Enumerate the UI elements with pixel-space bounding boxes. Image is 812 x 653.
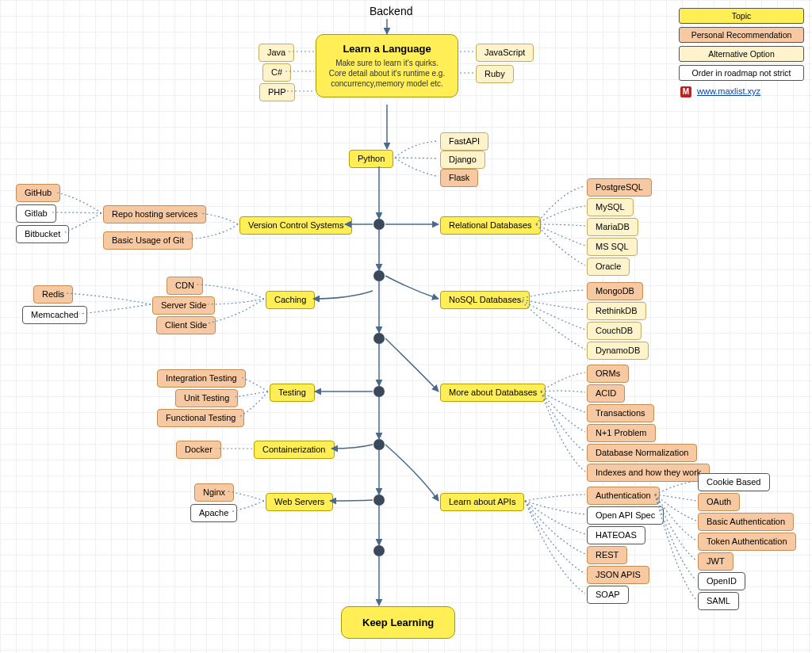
soap-node: SOAP	[587, 586, 629, 604]
maxlist-link[interactable]: www.maxlist.xyz	[697, 86, 760, 96]
maxlist-icon: M	[680, 86, 691, 97]
jsonapis-node: JSON APIS	[587, 566, 649, 584]
hub-7	[373, 545, 385, 556]
basic-git-node: Basic Usage of Git	[103, 231, 193, 250]
unit-testing-node: Unit Testing	[175, 389, 238, 407]
gitlab-node: Gitlab	[16, 204, 56, 223]
learn-language-node: Learn a Language Make sure to learn it's…	[316, 34, 458, 97]
page-title: Backend	[370, 5, 412, 17]
mysql-node: MySQL	[587, 198, 634, 216]
hub-3	[373, 333, 385, 344]
legend-alt: Alternative Option	[679, 46, 804, 62]
hub-4	[373, 386, 385, 397]
clientside-node: Client Side	[156, 316, 216, 334]
cdn-node: CDN	[167, 277, 203, 295]
dynamo-node: DynamoDB	[587, 342, 649, 360]
relational-db-node: Relational Databases	[440, 216, 541, 235]
couch-node: CouchDB	[587, 322, 642, 340]
legend-plain: Order in roadmap not strict	[679, 65, 804, 81]
containerization-node: Containerization	[254, 441, 335, 459]
more-db-node: More about Databases	[440, 384, 546, 402]
mongo-node: MongoDB	[587, 282, 643, 300]
apache-node: Apache	[190, 504, 237, 522]
postgres-node: PostgreSQL	[587, 178, 652, 197]
flask-node: Flask	[440, 169, 478, 187]
functional-testing-node: Functional Testing	[157, 409, 244, 427]
n1-node: N+1 Problem	[587, 424, 656, 442]
orms-node: ORMs	[587, 365, 629, 383]
learn-language-title: Learn a Language	[327, 43, 446, 55]
legend-rec: Personal Recommendation	[679, 27, 804, 43]
nginx-node: Nginx	[194, 483, 234, 502]
mariadb-node: MariaDB	[587, 218, 638, 236]
tokenauth-node: Token Authentication	[698, 533, 796, 551]
acid-node: ACID	[587, 384, 625, 403]
saml-node: SAML	[698, 592, 739, 610]
django-node: Django	[440, 151, 485, 169]
repo-hosting-node: Repo hosting services	[103, 205, 206, 223]
apis-node: Learn about APIs	[440, 493, 524, 511]
rest-node: REST	[587, 546, 627, 564]
nosql-node: NoSQL Databases	[440, 291, 530, 309]
fastapi-node: FastAPI	[440, 132, 488, 151]
cookie-node: Cookie Based	[698, 473, 770, 491]
auth-node: Authentication	[587, 487, 660, 505]
legend-topic: Topic	[679, 8, 804, 24]
legend: Topic Personal Recommendation Alternativ…	[679, 8, 804, 100]
bitbucket-node: Bitbucket	[16, 225, 69, 243]
basicauth-node: Basic Authentication	[698, 513, 794, 531]
lang-js: JavaScript	[476, 44, 534, 62]
openid-node: OpenID	[698, 572, 745, 590]
oracle-node: Oracle	[587, 258, 630, 276]
redis-node: Redis	[33, 285, 73, 304]
integration-testing-node: Integration Testing	[157, 369, 246, 388]
docker-node: Docker	[176, 441, 221, 459]
rethink-node: RethinkDB	[587, 302, 646, 320]
transactions-node: Transactions	[587, 404, 654, 422]
lang-java: Java	[259, 44, 294, 62]
learn-language-desc: Make sure to learn it's quirks. Core det…	[327, 58, 446, 89]
hateoas-node: HATEOAS	[587, 526, 645, 544]
webservers-node: Web Servers	[266, 493, 333, 511]
hub-2	[373, 270, 385, 281]
keep-learning-node: Keep Learning	[341, 606, 455, 639]
vcs-node: Version Control Systems	[239, 216, 352, 235]
lang-ruby: Ruby	[476, 65, 514, 83]
oauth-node: OAuth	[698, 493, 740, 511]
caching-node: Caching	[266, 291, 315, 309]
mssql-node: MS SQL	[587, 238, 638, 256]
jwt-node: JWT	[698, 552, 733, 571]
indexes-node: Indexes and how they work	[587, 464, 710, 482]
hub-5	[373, 439, 385, 450]
openapi-node: Open API Spec	[587, 506, 664, 525]
testing-node: Testing	[270, 384, 315, 402]
lang-csharp: C#	[262, 63, 291, 82]
lang-php: PHP	[259, 83, 295, 101]
github-node: GitHub	[16, 184, 60, 202]
db-norm-node: Database Normalization	[587, 444, 697, 462]
memcached-node: Memcached	[22, 306, 87, 324]
python-node: Python	[349, 150, 393, 168]
hub-6	[373, 495, 385, 506]
hub-1	[373, 219, 385, 230]
serverside-node: Server Side	[152, 296, 215, 315]
